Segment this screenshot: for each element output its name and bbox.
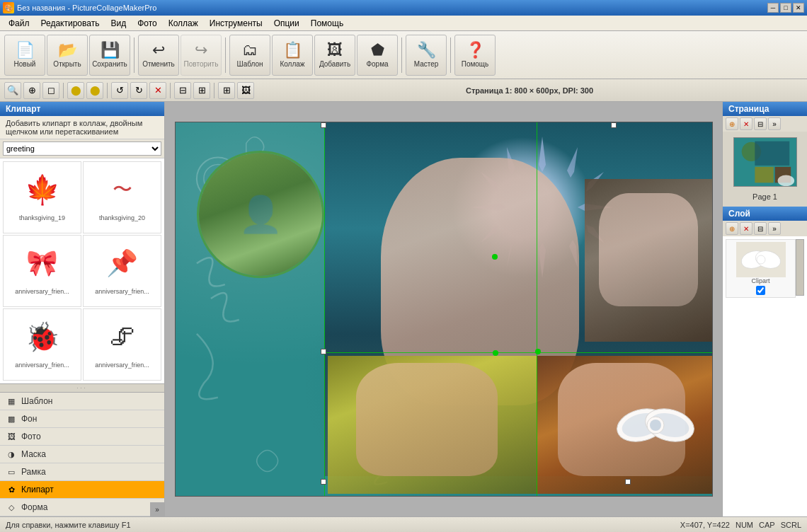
layer-controls: ⊕ ✕ ⊟ » <box>723 221 807 236</box>
master-button[interactable]: 🔧 Мастер <box>406 35 447 76</box>
nav-mask[interactable]: ◑ Маска <box>0 446 164 463</box>
menu-collage[interactable]: Коллаж <box>163 17 204 30</box>
clipart-name-thanksgiving-20: thanksgiving_20 <box>99 214 145 221</box>
select-tool-button[interactable]: ◻ <box>42 82 59 99</box>
copy-button[interactable]: ⊟ <box>174 82 191 99</box>
help-icon: ❓ <box>466 42 485 58</box>
clipart-item-thanksgiving-20[interactable]: 〜 thanksgiving_20 <box>83 161 161 233</box>
layer-item-clipart[interactable]: Clipart <box>726 239 796 298</box>
menu-edit[interactable]: Редактировать <box>35 17 105 30</box>
nav-template[interactable]: ▦ Шаблон <box>0 393 164 410</box>
layer-nav-button[interactable]: » <box>768 222 781 235</box>
rotate-ccw-button[interactable]: ↺ <box>111 82 128 99</box>
handle-bl[interactable] <box>321 479 326 485</box>
rotate-cw-button[interactable]: ↻ <box>130 82 147 99</box>
redo-button[interactable]: ↪ Повторить <box>181 35 222 76</box>
rotation-handle[interactable] <box>535 349 541 354</box>
close-button[interactable]: ✕ <box>793 3 804 13</box>
clipart-thumb-thanksgiving-20: 〜 <box>94 165 151 214</box>
clipart-item-anniversary-4[interactable]: 🖇 anniversary_frien... <box>83 308 161 381</box>
handle-tl[interactable] <box>321 122 326 128</box>
nav-shape[interactable]: ◇ Форма <box>0 499 164 516</box>
clipart-name-anniversary-1: anniversary_frien... <box>15 288 69 295</box>
menu-view[interactable]: Вид <box>105 17 132 30</box>
open-icon: 📂 <box>58 42 77 58</box>
window-controls: ─ □ ✕ <box>767 3 804 13</box>
photo-frame-circle-topleft[interactable]: 👤 <box>197 151 324 278</box>
clipart-item-anniversary-2[interactable]: 📌 anniversary_frien... <box>83 235 161 307</box>
clipart-thumb-anniversary-4: 🖇 <box>94 312 151 362</box>
handle-ml[interactable] <box>321 349 326 354</box>
menu-help[interactable]: Помощь <box>305 17 349 30</box>
clipart-name-anniversary-2: anniversary_frien... <box>95 288 149 295</box>
zoom-fit-button[interactable]: 🔍 <box>4 82 21 99</box>
toolbar-separator-2 <box>225 37 226 73</box>
clipart-thumb-anniversary-1: 🎀 <box>14 238 71 288</box>
clipart-filter-select[interactable]: greeting birthday christmas <box>3 141 161 156</box>
nav-clipart[interactable]: ✿ Клипарт <box>0 481 164 499</box>
photo-button[interactable]: 🖼 <box>237 82 254 99</box>
save-button[interactable]: 💾 Сохранить <box>89 35 130 76</box>
menu-photo[interactable]: Фото <box>132 17 163 30</box>
page-thumbnail[interactable] <box>733 137 797 187</box>
window-title: Без названия - PictureCollageMakerPro <box>17 4 156 12</box>
help-button[interactable]: ❓ Помощь <box>454 35 496 76</box>
layer-name-clipart: Clipart <box>751 277 769 284</box>
right-panel: Страница ⊕ ✕ ⊟ » Page 1 Слой ⊕ ✕ ⊟ » <box>722 102 807 516</box>
grid-line-v1 <box>324 122 325 496</box>
zoom-original-button[interactable]: ⊕ <box>23 82 40 99</box>
layer-add-button[interactable]: ⊕ <box>726 222 738 235</box>
open-button[interactable]: 📂 Открыть <box>47 35 88 76</box>
collage-canvas[interactable]: 👤 <box>175 122 713 497</box>
master-icon: 🔧 <box>417 42 436 58</box>
clipart-item-anniversary-3[interactable]: 🐞 anniversary_frien... <box>3 308 81 381</box>
handle-bc[interactable] <box>625 479 631 485</box>
layer-visibility-checkbox[interactable] <box>756 286 765 295</box>
status-help-text: Для справки, нажмите клавишу F1 <box>6 521 131 529</box>
page-nav-button[interactable]: » <box>768 117 781 130</box>
page-delete-button[interactable]: ✕ <box>740 117 752 130</box>
layer-duplicate-button[interactable]: ⊟ <box>754 222 767 235</box>
menu-file[interactable]: Файл <box>3 17 35 30</box>
layer-scrollbar[interactable] <box>796 239 804 296</box>
shape-button[interactable]: ⬟ Форма <box>357 35 398 76</box>
canvas-area[interactable]: 👤 <box>165 102 722 516</box>
status-scroll: SCRL <box>781 521 801 529</box>
add-button[interactable]: 🖼 Добавить <box>314 35 355 76</box>
menu-options[interactable]: Опции <box>268 17 305 30</box>
clipart-item-anniversary-1[interactable]: 🎀 anniversary_frien... <box>3 235 81 307</box>
yellow-btn-2[interactable]: ⬤ <box>86 82 103 99</box>
menu-tools[interactable]: Инструменты <box>204 17 268 30</box>
page-add-button[interactable]: ⊕ <box>726 117 738 130</box>
svg-point-11 <box>650 420 661 431</box>
undo-button[interactable]: ↩ Отменить <box>138 35 179 76</box>
layer-delete-button[interactable]: ✕ <box>740 222 752 235</box>
new-button[interactable]: 📄 Новый <box>4 35 45 76</box>
nav-frame[interactable]: ▭ Рамка <box>0 463 164 481</box>
nav-photo[interactable]: 🖼 Фото <box>0 428 164 446</box>
photo-area-right[interactable] <box>585 179 712 342</box>
menu-bar: Файл Редактировать Вид Фото Коллаж Инстр… <box>0 16 807 31</box>
template-button[interactable]: 🗂 Шаблон <box>229 35 270 76</box>
nav-panel: ▦ Шаблон ▩ Фон 🖼 Фото ◑ Маска ▭ Рамка ✿ … <box>0 392 164 516</box>
handle-tc[interactable] <box>611 122 617 128</box>
center-handle-top[interactable] <box>492 254 498 260</box>
redo-icon: ↪ <box>195 42 207 58</box>
handle-mc[interactable] <box>493 350 498 356</box>
grid-button[interactable]: ⊞ <box>218 82 235 99</box>
page-duplicate-button[interactable]: ⊟ <box>754 117 767 130</box>
photo-area-bottom-left[interactable] <box>328 356 537 494</box>
delete-button[interactable]: ✕ <box>149 82 166 99</box>
collage-button[interactable]: 📋 Коллаж <box>272 35 313 76</box>
maximize-button[interactable]: □ <box>780 3 791 13</box>
clipart-thumb-anniversary-3: 🐞 <box>14 312 71 362</box>
paste-button[interactable]: ⊞ <box>193 82 210 99</box>
expand-panel-button[interactable]: » <box>150 502 164 516</box>
nav-background[interactable]: ▩ Фон <box>0 410 164 428</box>
clipart-item-thanksgiving-19[interactable]: 🍁 thanksgiving_19 <box>3 161 81 233</box>
clipart-bow[interactable] <box>613 390 698 461</box>
frame-nav-icon: ▭ <box>6 466 17 478</box>
minimize-button[interactable]: ─ <box>767 3 779 13</box>
clipart-name-thanksgiving-19: thanksgiving_19 <box>19 214 65 221</box>
yellow-btn-1[interactable]: ⬤ <box>67 82 84 99</box>
